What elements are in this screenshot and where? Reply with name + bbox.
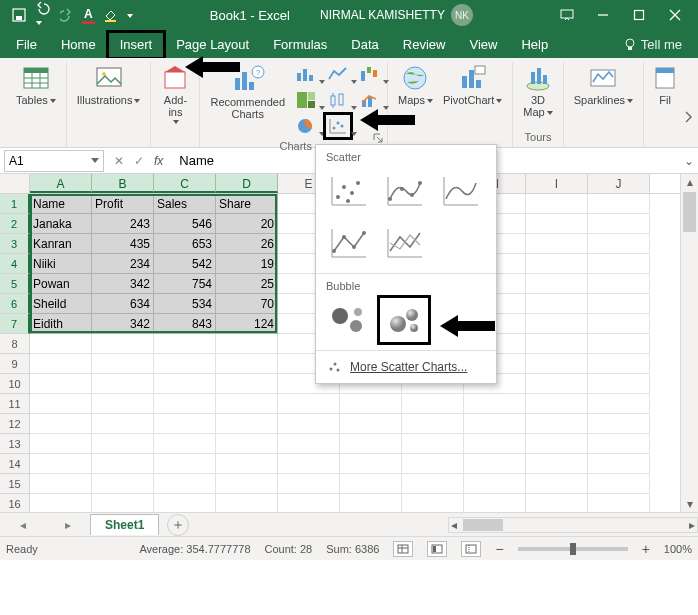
sparklines-button[interactable]: Sparklines: [572, 62, 635, 108]
row-header[interactable]: 12: [0, 414, 30, 434]
cell[interactable]: [588, 414, 650, 434]
cell[interactable]: [402, 474, 464, 494]
select-all-triangle[interactable]: [0, 174, 30, 194]
statistic-chart-button[interactable]: [325, 88, 351, 112]
cell[interactable]: Sheild: [30, 294, 92, 314]
cell[interactable]: [588, 274, 650, 294]
cell[interactable]: [526, 434, 588, 454]
cell[interactable]: [154, 434, 216, 454]
cell[interactable]: [464, 414, 526, 434]
name-box[interactable]: A1: [4, 150, 104, 172]
cell[interactable]: 342: [92, 314, 154, 334]
cell[interactable]: Share: [216, 194, 278, 214]
row-header[interactable]: 9: [0, 354, 30, 374]
cell[interactable]: [526, 274, 588, 294]
cell[interactable]: [588, 374, 650, 394]
cell[interactable]: Name: [30, 194, 92, 214]
cell[interactable]: [526, 254, 588, 274]
cell[interactable]: Profit: [92, 194, 154, 214]
cell[interactable]: [92, 494, 154, 512]
cell[interactable]: [340, 494, 402, 512]
cell[interactable]: [340, 394, 402, 414]
row-header[interactable]: 3: [0, 234, 30, 254]
scroll-left-icon[interactable]: ◂: [451, 518, 457, 532]
sheet-tab[interactable]: Sheet1: [90, 514, 159, 535]
row-header[interactable]: 4: [0, 254, 30, 274]
cell[interactable]: [154, 414, 216, 434]
cell[interactable]: 534: [154, 294, 216, 314]
scrollbar-thumb[interactable]: [463, 519, 503, 531]
cell[interactable]: [588, 194, 650, 214]
cell[interactable]: [154, 394, 216, 414]
line-chart-button[interactable]: [325, 62, 351, 86]
cell[interactable]: [216, 354, 278, 374]
redo-icon[interactable]: [60, 8, 74, 22]
cell[interactable]: [216, 394, 278, 414]
scatter-straight-markers-option[interactable]: [324, 221, 372, 265]
tab-file[interactable]: File: [4, 32, 49, 58]
sheet-nav-first-icon[interactable]: ◂: [20, 518, 26, 532]
tables-button[interactable]: Tables: [14, 62, 58, 108]
enter-icon[interactable]: ✓: [134, 154, 144, 168]
maps-button[interactable]: Maps: [396, 62, 435, 108]
cell[interactable]: [464, 394, 526, 414]
ribbon-options-icon[interactable]: [550, 3, 584, 27]
cell[interactable]: [340, 414, 402, 434]
cell[interactable]: [340, 454, 402, 474]
cell[interactable]: [216, 414, 278, 434]
more-scatter-charts[interactable]: More Scatter Charts...: [316, 351, 496, 383]
cell[interactable]: [216, 374, 278, 394]
cell[interactable]: 234: [92, 254, 154, 274]
cell[interactable]: [278, 394, 340, 414]
tab-help[interactable]: Help: [509, 32, 560, 58]
row-header[interactable]: 6: [0, 294, 30, 314]
view-normal-button[interactable]: [393, 541, 413, 557]
column-header[interactable]: D: [216, 174, 278, 193]
cell[interactable]: Powan: [30, 274, 92, 294]
tell-me[interactable]: Tell me: [611, 32, 694, 58]
row-header[interactable]: 5: [0, 274, 30, 294]
cell[interactable]: 843: [154, 314, 216, 334]
new-sheet-button[interactable]: ＋: [167, 514, 189, 536]
cell[interactable]: [154, 454, 216, 474]
row-header[interactable]: 10: [0, 374, 30, 394]
tab-insert[interactable]: Insert: [108, 32, 165, 58]
cell[interactable]: [464, 434, 526, 454]
cell[interactable]: [92, 374, 154, 394]
cell[interactable]: [92, 414, 154, 434]
cell[interactable]: [30, 414, 92, 434]
cell[interactable]: [402, 414, 464, 434]
cell[interactable]: 243: [92, 214, 154, 234]
account-name[interactable]: NIRMAL KAMISHETTY NK: [320, 4, 473, 26]
fx-icon[interactable]: fx: [154, 154, 163, 168]
view-pagebreak-button[interactable]: [461, 541, 481, 557]
column-header[interactable]: C: [154, 174, 216, 193]
cell[interactable]: [588, 474, 650, 494]
cell[interactable]: [588, 354, 650, 374]
cell[interactable]: [588, 494, 650, 512]
cell[interactable]: 546: [154, 214, 216, 234]
row-header[interactable]: 13: [0, 434, 30, 454]
cell[interactable]: 435: [92, 234, 154, 254]
row-header[interactable]: 14: [0, 454, 30, 474]
tab-review[interactable]: Review: [391, 32, 458, 58]
zoom-handle[interactable]: [570, 543, 576, 555]
cell[interactable]: [588, 234, 650, 254]
cell[interactable]: [526, 354, 588, 374]
cell[interactable]: [526, 294, 588, 314]
zoom-slider[interactable]: [518, 547, 628, 551]
3d-map-button[interactable]: 3D Map: [521, 62, 554, 120]
cell[interactable]: [402, 454, 464, 474]
scatter-straight-option[interactable]: [380, 221, 428, 265]
cell[interactable]: [30, 354, 92, 374]
cell[interactable]: 653: [154, 234, 216, 254]
cell[interactable]: [526, 194, 588, 214]
tab-formulas[interactable]: Formulas: [261, 32, 339, 58]
cell[interactable]: [30, 474, 92, 494]
row-header[interactable]: 8: [0, 334, 30, 354]
hierarchy-chart-button[interactable]: [293, 88, 319, 112]
cell[interactable]: [278, 494, 340, 512]
cell[interactable]: [588, 394, 650, 414]
cell[interactable]: [588, 434, 650, 454]
scroll-up-icon[interactable]: ▴: [681, 174, 698, 190]
